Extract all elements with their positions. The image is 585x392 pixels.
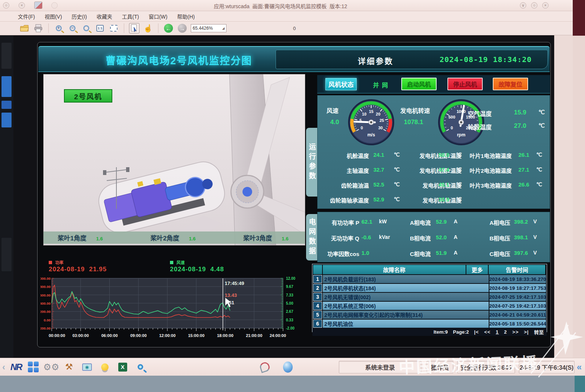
- menu-item-2[interactable]: 历史(I): [72, 13, 87, 20]
- gauge-unit-label: m/s: [367, 132, 375, 137]
- nr-logo[interactable]: NR: [10, 362, 22, 372]
- monitor-bezel: [0, 376, 585, 392]
- menu-item-0[interactable]: 文件(F): [18, 13, 35, 20]
- window-close-button-left[interactable]: ×: [19, 2, 25, 9]
- param-value: 50.0: [438, 152, 449, 158]
- air-temp-label: 空气温度: [468, 109, 492, 118]
- print-button[interactable]: [33, 23, 44, 33]
- fault-row-index: 5: [313, 311, 322, 319]
- sphere-tray-icon[interactable]: [282, 361, 294, 373]
- fault-row[interactable]: 22号风机停机状态(184)2024-08-19 18:27:17.753: [312, 283, 547, 292]
- monitor-app-button[interactable]: ◉: [81, 361, 93, 373]
- pan-mode-button[interactable]: ☝: [143, 23, 153, 33]
- printer-icon: [34, 24, 43, 32]
- window-title: 应用:wturscada 画面:曹碾沟风电场风机监控模板 版本:12: [214, 2, 347, 10]
- window-extra-button[interactable]: [51, 2, 58, 9]
- hub-temp-unit: ℃: [539, 122, 545, 129]
- taskbar-right-chevron[interactable]: «: [577, 362, 582, 372]
- run-params-tab[interactable]: 运行参数: [306, 128, 317, 197]
- param-label: A相电压: [480, 218, 510, 226]
- wind-speed-label: 风速: [327, 106, 338, 115]
- power-legend-value: 2024-08-19 21.95: [49, 266, 107, 273]
- blade-angle-1: 桨叶1角度1.6: [58, 233, 103, 242]
- window-restore-button[interactable]: ○: [531, 2, 537, 9]
- menu-item-1[interactable]: 视图(V): [45, 13, 62, 20]
- login-status-box[interactable]: 系统未登录: [339, 361, 421, 373]
- fit-page-button[interactable]: [109, 23, 119, 33]
- gauge-unit-label: rpm: [457, 132, 466, 137]
- zoom-tool-button[interactable]: [81, 23, 91, 33]
- taskbar-left-chevron[interactable]: ‹: [2, 362, 5, 372]
- open-folder-button[interactable]: [19, 23, 30, 33]
- fault-row-time: 2024-07-25 19:42:17.103: [489, 293, 546, 301]
- zoom-in-button[interactable]: +: [54, 23, 64, 33]
- param-unit: V: [533, 234, 537, 240]
- fault-row-time: 2024-07-25 19:42:17.103: [489, 302, 546, 310]
- back-arrow-icon: ←: [164, 24, 173, 33]
- window-menu-button[interactable]: ○: [3, 2, 9, 9]
- pager-page-1[interactable]: 1: [496, 329, 499, 335]
- badminton-tray-icon[interactable]: [258, 361, 271, 373]
- menu-item-4[interactable]: 工具(T): [122, 13, 139, 20]
- pager-prev-button[interactable]: <<: [484, 329, 491, 335]
- left-axis-label: 200.00: [41, 310, 51, 314]
- fault-row-index: 4: [313, 302, 322, 310]
- param-unit: A: [454, 218, 457, 224]
- pager-next-button[interactable]: >>: [512, 329, 519, 335]
- blade-angle-value: 1.6: [189, 236, 196, 242]
- tools-button[interactable]: ⚒: [63, 361, 75, 373]
- scada-header-subbar: 详细参数 2024-08-19 18:34:20: [276, 50, 548, 69]
- pager-first-button[interactable]: |<: [474, 329, 479, 335]
- forward-button[interactable]: →: [177, 23, 187, 33]
- gauge-tick-label: 1000: [457, 109, 466, 114]
- fault-row-name: 2号风机无错误(002): [323, 293, 489, 301]
- param-label: 发电机线圈2温度: [400, 166, 462, 174]
- pager-last-button[interactable]: >|: [524, 329, 529, 335]
- fault-rows: 12号风机负载运行(183)2024-08-19 18:33:36.27022号…: [312, 274, 547, 328]
- back-button[interactable]: ←: [163, 23, 174, 33]
- hub-temp-label: 轮毂温度: [468, 122, 492, 131]
- fault-time-header: 告警时间: [489, 265, 545, 274]
- operator-box[interactable]: 操作员: [427, 361, 453, 373]
- x-axis-label: 12:00:00: [159, 333, 176, 338]
- lamp-app-button[interactable]: [99, 361, 111, 373]
- canvas-scrollbar[interactable]: [554, 35, 573, 358]
- fault-row[interactable]: 62号风机油位2024-05-18 15:50:26.544: [312, 319, 547, 328]
- stop-turbine-button[interactable]: 停止风机: [447, 78, 483, 90]
- param-label: 叶片1电池箱温度: [466, 152, 512, 159]
- window-minimize-button[interactable]: ∨: [520, 2, 526, 9]
- fault-row[interactable]: 42号风机系统正常(006)2024-07-25 19:42:17.103: [312, 301, 547, 310]
- fault-more-link[interactable]: 更多: [466, 265, 488, 274]
- zoom-out-button[interactable]: −: [67, 23, 78, 33]
- fault-row[interactable]: 12号风机负载运行(183)2024-08-19 18:33:36.270: [312, 274, 547, 283]
- spinner-icon[interactable]: ◢: [222, 26, 225, 30]
- search-app-button[interactable]: [134, 361, 147, 373]
- menu-item-6[interactable]: 帮助(H): [177, 13, 195, 20]
- pager-page-2[interactable]: 2: [504, 329, 507, 335]
- fault-row[interactable]: 52号风机电网频率变化引起的功率限制(314)2024-06-21 04:59:…: [312, 310, 547, 319]
- actual-size-button[interactable]: 1:1: [95, 23, 105, 33]
- bezel-corner: [575, 376, 585, 392]
- select-mode-button[interactable]: [129, 23, 139, 33]
- param-label: C相电压: [480, 250, 510, 257]
- window-close-button[interactable]: ×: [542, 2, 549, 9]
- param-label: 机舱温度: [318, 152, 369, 159]
- right-axis-label: 7.33: [286, 293, 293, 297]
- scada-datetime: 2024-08-19 18:34:20: [440, 55, 532, 64]
- menu-item-3[interactable]: 收藏夹: [97, 13, 112, 20]
- grid-data-tab[interactable]: 电网数据: [306, 214, 317, 260]
- menu-item-5[interactable]: 窗口(W): [149, 13, 168, 20]
- fault-name-header: 故障名称: [323, 265, 466, 274]
- pager-goto-button[interactable]: 转至: [534, 328, 544, 336]
- x-axis-label: 06:00:00: [101, 333, 118, 338]
- app-grid-button[interactable]: [27, 361, 40, 373]
- fault-row[interactable]: 32号风机无错误(002)2024-07-25 19:42:17.103: [312, 292, 547, 301]
- settings-button[interactable]: ⚙⚙: [45, 361, 58, 373]
- zoom-level-field[interactable]: 65.4426% ◢: [191, 24, 226, 32]
- param-value: 24.1: [373, 152, 384, 158]
- trend-chart[interactable]: 1000.00800.00600.00400.00200.000.00-200.…: [41, 276, 298, 346]
- turbine-status-row: 风机状态 并网 启动风机 停止风机 故障复位: [317, 75, 550, 94]
- excel-app-button[interactable]: X: [116, 361, 129, 373]
- fault-reset-button[interactable]: 故障复位: [493, 78, 528, 90]
- start-turbine-button[interactable]: 启动风机: [401, 78, 437, 90]
